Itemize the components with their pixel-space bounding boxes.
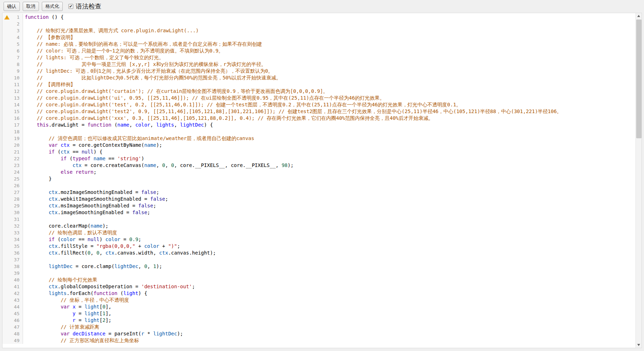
scroll-up-arrow-icon[interactable] (636, 13, 642, 19)
code-line-text[interactable]: var decDistance = parseInt(r * lightDec)… (23, 330, 635, 337)
code-line[interactable]: 43 // 坐标，半径，中心不透明度 (2, 297, 635, 303)
code-line-text[interactable]: // 【参数说明】 (23, 34, 635, 41)
line-number[interactable]: 32 (2, 223, 23, 229)
code-line-text[interactable]: function () { (23, 14, 635, 21)
line-number[interactable]: 45 (2, 310, 23, 317)
code-line-text[interactable]: // 清空色调层；也可以修改成其它层比如animate/weather层，或者用… (23, 135, 635, 142)
code-line[interactable]: 34 if (color == null) color = 0.9; (2, 236, 635, 243)
vertical-scrollbar[interactable] (635, 13, 642, 348)
line-number[interactable]: 37 (2, 256, 23, 263)
code-line[interactable]: 38 lightDec = core.clamp(lightDec, 0, 1)… (2, 263, 635, 270)
code-line[interactable]: 28 ctx.webkitImageSmoothingEnabled = fal… (2, 196, 635, 202)
code-line-text[interactable]: // 绘制灯光/漆黑层效果。调用方式 core.plugin.drawLight… (23, 27, 635, 34)
line-number[interactable]: 28 (2, 196, 23, 202)
code-line[interactable]: 20 var ctx = core.getContextByName(name)… (2, 142, 635, 149)
code-line[interactable]: 27 ctx.mozImageSmoothingEnabled = false; (2, 189, 635, 196)
code-line[interactable]: 47 // 计算衰减距离 (2, 324, 635, 330)
code-line[interactable]: 42 lights.forEach(function (light) { (2, 290, 635, 297)
code-line[interactable]: 45 y = light[1], (2, 310, 635, 317)
line-number[interactable]: 34 (2, 236, 23, 243)
line-number[interactable]: 33 (2, 229, 23, 236)
code-line-text[interactable]: ctx.msImageSmoothingEnabled = false; (23, 202, 635, 209)
code-line[interactable]: 23 ctx = core.createCanvas(name, 0, 0, c… (2, 162, 635, 169)
line-number[interactable]: 15 (2, 108, 23, 115)
code-line[interactable]: 44 var x = light[0], (2, 303, 635, 310)
code-line-text[interactable]: var ctx = core.getContextByName(name); (23, 142, 635, 149)
code-line-text[interactable]: // 计算衰减距离 (23, 324, 635, 330)
code-line[interactable]: 14 // core.plugin.drawLight('test', 0.2,… (2, 101, 635, 108)
code-line-text[interactable]: // core.plugin.drawLight('ui', 0.95, [[2… (23, 95, 635, 101)
code-line[interactable]: 19 // 清空色调层；也可以修改成其它层比如animate/weather层，… (2, 135, 635, 142)
code-line[interactable]: 9 // lightDec: 可选，0到1之间，光从多少百分比才开始衰减（在此范… (2, 68, 635, 74)
code-line-text[interactable]: if (ctx == null) { (23, 149, 635, 155)
code-line[interactable]: 10 // 比如lightDec为0.5代表，每个灯光部分内圈50%的范围全亮，… (2, 74, 635, 81)
line-number[interactable]: 10 (2, 74, 23, 81)
line-number[interactable]: 46 (2, 317, 23, 324)
code-line[interactable]: 35 ctx.fillStyle = "rgba(0,0,0," + color… (2, 243, 635, 250)
code-line[interactable]: 29 ctx.msImageSmoothingEnabled = false; (2, 202, 635, 209)
code-line-text[interactable]: // lightDec: 可选，0到1之间，光从多少百分比才开始衰减（在此范围内… (23, 68, 635, 74)
code-line[interactable]: 4 // 【参数说明】 (2, 34, 635, 41)
code-line[interactable]: 21 if (ctx == null) { (2, 149, 635, 155)
code-line[interactable]: 2 (2, 21, 635, 27)
code-line[interactable]: 13 // core.plugin.drawLight('ui', 0.95, … (2, 95, 635, 101)
line-number[interactable]: 13 (2, 95, 23, 101)
code-line[interactable]: 3 // 绘制灯光/漆黑层效果。调用方式 core.plugin.drawLig… (2, 27, 635, 34)
line-number[interactable]: 14 (2, 101, 23, 108)
code-line-text[interactable]: // 绘制色调层，默认不透明度 (23, 229, 635, 236)
code-line[interactable]: 33 // 绘制色调层，默认不透明度 (2, 229, 635, 236)
scroll-down-arrow-icon[interactable] (636, 342, 642, 348)
line-number[interactable]: 31 (2, 216, 23, 223)
code-line-text[interactable]: // core.plugin.drawLight('xxx', 0.3, [[2… (23, 115, 635, 122)
code-line-text[interactable]: // lights: 可选，一个数组，定义了每个独立的灯光。 (23, 54, 635, 61)
line-number[interactable]: 18 (2, 128, 23, 135)
code-line[interactable]: 31 (2, 216, 635, 223)
code-line-text[interactable]: r = light[2]; (23, 317, 635, 324)
line-number[interactable]: 36 (2, 250, 23, 256)
code-line-text[interactable]: // name: 必填，要绘制到的画布名；可以是一个系统画布，或者是个自定义画布… (23, 41, 635, 48)
code-line[interactable]: 8 // 其中每一项是三元组 [x,y,r] x和y分别为该灯光的横纵坐标，r为… (2, 61, 635, 68)
code-line[interactable]: 11 // 【调用样例】 (2, 81, 635, 88)
scrollbar-thumb[interactable] (636, 20, 642, 138)
line-number[interactable]: 23 (2, 162, 23, 169)
line-number[interactable]: 7 (2, 54, 23, 61)
code-line-text[interactable]: ctx.fillStyle = "rgba(0,0,0," + color + … (23, 243, 635, 250)
line-number[interactable]: 29 (2, 202, 23, 209)
line-number[interactable]: 5 (2, 41, 23, 48)
code-line-text[interactable] (23, 270, 635, 277)
code-line[interactable]: 36 ctx.fillRect(0, 0, ctx.canvas.width, … (2, 250, 635, 256)
line-number[interactable]: 42 (2, 290, 23, 297)
code-line[interactable]: 40 // 绘制每个灯光效果 (2, 277, 635, 283)
line-number[interactable]: 41 (2, 283, 23, 290)
code-line-text[interactable]: // 【调用样例】 (23, 81, 635, 88)
line-number[interactable]: 6 (2, 48, 23, 54)
code-line[interactable]: 24 else return; (2, 169, 635, 176)
code-line-text[interactable]: ctx.fillRect(0, 0, ctx.canvas.width, ctx… (23, 250, 635, 256)
line-number[interactable]: 9 (2, 68, 23, 74)
code-line[interactable]: 22 if (typeof name == 'string') (2, 155, 635, 162)
code-line-text[interactable]: } (23, 176, 635, 182)
line-number[interactable]: 22 (2, 155, 23, 162)
line-number[interactable]: 44 (2, 303, 23, 310)
line-number[interactable]: 47 (2, 324, 23, 330)
line-number[interactable]: 2 (2, 21, 23, 27)
line-number[interactable]: 26 (2, 182, 23, 189)
line-number[interactable]: 16 (2, 115, 23, 122)
code-line[interactable]: 46 r = light[2]; (2, 317, 635, 324)
code-lines[interactable]: 1function () {2 3 // 绘制灯光/漆黑层效果。调用方式 cor… (2, 13, 635, 348)
code-line-text[interactable] (23, 216, 635, 223)
line-number[interactable]: 38 (2, 263, 23, 270)
line-number[interactable]: 20 (2, 142, 23, 149)
code-line[interactable]: 41 ctx.globalCompositeOperation = 'desti… (2, 283, 635, 290)
code-line-text[interactable]: ctx.imageSmoothingEnabled = false; (23, 209, 635, 216)
line-number[interactable]: 39 (2, 270, 23, 277)
code-line[interactable]: 17 this.drawLight = function (name, colo… (2, 122, 635, 128)
line-number[interactable]: 11 (2, 81, 23, 88)
code-line-text[interactable]: // 坐标，半径，中心不透明度 (23, 297, 635, 303)
code-line[interactable]: 49 // 正方形区域的直径和左上角坐标 (2, 337, 635, 344)
line-number[interactable]: 40 (2, 277, 23, 283)
confirm-button[interactable]: 确认 (4, 2, 20, 11)
code-line-text[interactable]: // core.plugin.drawLight('curtain'); // … (23, 88, 635, 95)
format-button[interactable]: 格式化 (42, 2, 63, 11)
line-number[interactable]: 24 (2, 169, 23, 176)
